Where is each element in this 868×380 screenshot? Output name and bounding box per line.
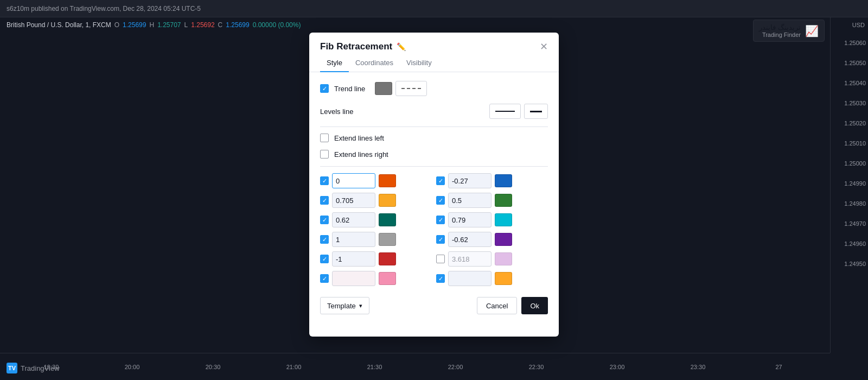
level-6-color[interactable] [379, 233, 396, 246]
level-6-checkbox[interactable]: ✓ [320, 235, 329, 244]
level-2-color[interactable] [379, 194, 396, 207]
ok-button[interactable]: Ok [521, 297, 548, 314]
edit-icon[interactable]: ✏️ [397, 42, 406, 51]
level-9-checkbox[interactable] [436, 255, 445, 263]
level-8-input[interactable] [332, 251, 375, 267]
close-icon[interactable]: ✕ [540, 42, 548, 52]
levels-line-medium-style[interactable] [524, 104, 548, 119]
level-row-8: ✓ [320, 251, 432, 267]
level-row-1: ✓ [436, 173, 548, 188]
tab-visibility[interactable]: Visibility [400, 54, 438, 72]
extend-left-checkbox[interactable] [320, 134, 329, 142]
level-0-checkbox[interactable]: ✓ [320, 176, 329, 185]
separator-1 [320, 126, 548, 127]
dialog-footer: Template ▾ Cancel Ok [309, 290, 559, 323]
fib-retracement-dialog: Fib Retracement ✏️ ✕ Style Coordinates V… [309, 33, 559, 337]
level-0-color[interactable] [379, 174, 396, 187]
template-chevron-icon: ▾ [359, 302, 362, 309]
level-row-overflow-left: ✓ [320, 271, 432, 286]
level-row-2: ✓ [320, 193, 432, 208]
level-3-input[interactable] [448, 193, 492, 208]
level-4-color[interactable] [379, 213, 396, 226]
extend-left-row: Extend lines left [320, 134, 548, 142]
level-ov-input[interactable] [332, 271, 375, 286]
level-ov-color[interactable] [379, 272, 396, 285]
trend-line-style[interactable] [395, 81, 427, 96]
tab-coordinates[interactable]: Coordinates [349, 54, 400, 72]
template-button[interactable]: Template ▾ [320, 297, 369, 314]
level-9-input [448, 251, 492, 267]
levels-line-solid-style[interactable] [489, 104, 521, 119]
level-5-checkbox[interactable]: ✓ [436, 216, 445, 224]
footer-actions: Cancel Ok [477, 297, 548, 314]
levels-grid: ✓ ✓ ✓ ✓ [320, 173, 548, 267]
level-2-checkbox[interactable]: ✓ [320, 196, 329, 205]
extend-right-label: Extend lines right [334, 150, 388, 159]
level-1-input[interactable] [448, 173, 492, 188]
level-7-color[interactable] [495, 233, 512, 246]
dialog-header: Fib Retracement ✏️ ✕ [309, 33, 559, 52]
medium-line-icon [530, 111, 542, 112]
levels-overflow: ✓ ✓ [320, 271, 548, 286]
level-3-color[interactable] [495, 194, 512, 207]
level-row-3: ✓ [436, 193, 548, 208]
level-1-color[interactable] [495, 174, 512, 187]
dialog-title: Fib Retracement ✏️ [320, 41, 406, 52]
dialog-body: ✓ Trend line Levels line [309, 81, 559, 286]
levels-line-row: Levels line [320, 104, 548, 119]
level-2-input[interactable] [332, 193, 375, 208]
template-label: Template [327, 302, 356, 310]
level-row-overflow-right: ✓ [436, 271, 548, 286]
tab-style[interactable]: Style [320, 54, 349, 72]
level-7-checkbox[interactable]: ✓ [436, 235, 445, 244]
level-row-9 [436, 251, 548, 267]
level-8-checkbox[interactable]: ✓ [320, 255, 329, 263]
level-ovr-input[interactable] [448, 271, 492, 286]
level-4-input[interactable] [332, 212, 375, 227]
level-1-checkbox[interactable]: ✓ [436, 176, 445, 185]
level-0-input[interactable] [332, 173, 375, 188]
level-5-color[interactable] [495, 213, 512, 226]
level-row-5: ✓ [436, 212, 548, 227]
trend-line-label: Trend line [334, 85, 365, 93]
separator-2 [320, 166, 548, 167]
level-row-6: ✓ [320, 232, 432, 247]
cancel-button[interactable]: Cancel [477, 297, 517, 314]
dialog-overlay: Fib Retracement ✏️ ✕ Style Coordinates V… [0, 0, 868, 380]
level-3-checkbox[interactable]: ✓ [436, 196, 445, 205]
level-7-input[interactable] [448, 232, 492, 247]
level-row-0: ✓ [320, 173, 432, 188]
level-9-color[interactable] [495, 252, 512, 265]
dialog-tabs: Style Coordinates Visibility [309, 54, 559, 72]
level-row-7: ✓ [436, 232, 548, 247]
level-5-input[interactable] [448, 212, 492, 227]
trend-line-row: ✓ Trend line [320, 81, 548, 96]
dialog-title-text: Fib Retracement [320, 41, 392, 52]
extend-right-checkbox[interactable] [320, 150, 329, 159]
level-ov-checkbox[interactable]: ✓ [320, 274, 329, 283]
solid-line-icon [495, 111, 515, 112]
level-4-checkbox[interactable]: ✓ [320, 216, 329, 224]
extend-right-row: Extend lines right [320, 150, 548, 159]
level-6-input[interactable] [332, 232, 375, 247]
levels-line-label: Levels line [320, 107, 353, 116]
trend-line-color[interactable] [375, 82, 392, 95]
trend-line-checkbox[interactable]: ✓ [320, 84, 329, 93]
dashed-line-icon [401, 88, 421, 89]
level-row-4: ✓ [320, 212, 432, 227]
extend-left-label: Extend lines left [334, 134, 384, 142]
level-ovr-color[interactable] [495, 272, 512, 285]
level-ovr-checkbox[interactable]: ✓ [436, 274, 445, 283]
level-8-color[interactable] [379, 252, 396, 265]
